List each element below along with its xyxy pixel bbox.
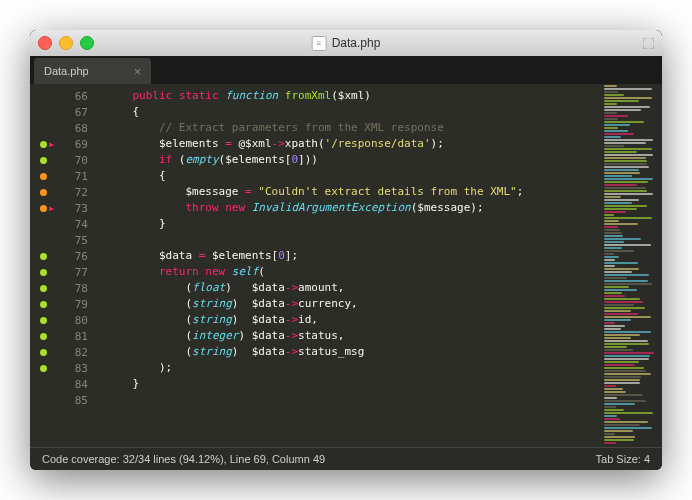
coverage-dot [40,365,47,372]
line-number: 83 [30,360,98,376]
file-icon: ≡ [312,36,327,51]
code-pane[interactable]: public static function fromXml($xml) { /… [98,84,602,447]
coverage-dot [40,269,47,276]
coverage-dot [40,285,47,292]
line-number: 77 [30,264,98,280]
coverage-dot [40,189,47,196]
editor-window: ≡ Data.php Data.php × 66676869▸70717273▸… [30,30,662,470]
status-bar: Code coverage: 32/34 lines (94.12%), Lin… [30,447,662,470]
close-window-button[interactable] [38,36,52,50]
tab-data-php[interactable]: Data.php × [34,58,151,84]
line-number: 66 [30,88,98,104]
line-number: 78 [30,280,98,296]
line-number: 69▸ [30,136,98,152]
coverage-dot [40,333,47,340]
line-number: 84 [30,376,98,392]
coverage-dot [40,205,47,212]
coverage-dot [40,157,47,164]
gutter: 66676869▸70717273▸7475767778798081828384… [30,84,98,447]
minimize-window-button[interactable] [59,36,73,50]
breakpoint-arrow-icon: ▸ [48,201,55,215]
line-number: 80 [30,312,98,328]
line-number: 68 [30,120,98,136]
coverage-dot [40,317,47,324]
window-title-text: Data.php [332,36,381,50]
coverage-dot [40,349,47,356]
window-title: ≡ Data.php [312,36,381,51]
line-number: 75 [30,232,98,248]
coverage-dot [40,253,47,260]
status-right[interactable]: Tab Size: 4 [596,453,650,465]
line-number: 70 [30,152,98,168]
line-number: 76 [30,248,98,264]
line-number: 79 [30,296,98,312]
line-number: 72 [30,184,98,200]
line-number: 85 [30,392,98,408]
traffic-lights [38,36,94,50]
minimap[interactable] [602,84,662,447]
line-number: 82 [30,344,98,360]
coverage-dot [40,141,47,148]
line-number: 71 [30,168,98,184]
coverage-dot [40,301,47,308]
tab-close-icon[interactable]: × [134,64,142,79]
zoom-window-button[interactable] [80,36,94,50]
coverage-dot [40,173,47,180]
fullscreen-icon[interactable] [643,38,654,49]
tab-label: Data.php [44,65,89,77]
editor-area: 66676869▸70717273▸7475767778798081828384… [30,84,662,447]
breakpoint-arrow-icon: ▸ [48,137,55,151]
tab-bar: Data.php × [30,56,662,84]
line-number: 74 [30,216,98,232]
status-left: Code coverage: 32/34 lines (94.12%), Lin… [42,453,325,465]
line-number: 73▸ [30,200,98,216]
line-number: 81 [30,328,98,344]
titlebar: ≡ Data.php [30,30,662,56]
line-number: 67 [30,104,98,120]
